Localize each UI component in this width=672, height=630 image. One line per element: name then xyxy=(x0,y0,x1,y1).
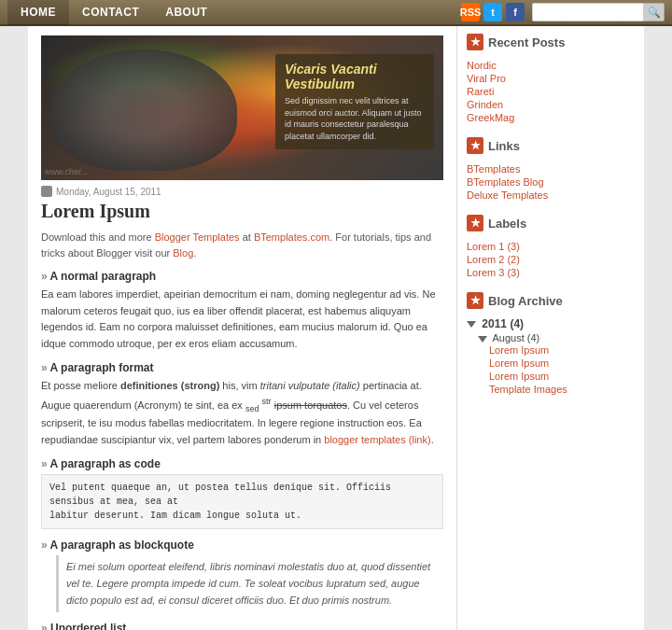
format-end: . xyxy=(431,434,434,445)
links-list: BTemplates BTemplates Blog Deluxe Templa… xyxy=(467,162,635,202)
content-area: Vicaris Vacanti Vestibulum Sed dignissim… xyxy=(28,26,644,630)
year-expand-icon xyxy=(467,321,476,328)
labels-icon: ★ xyxy=(467,215,483,231)
hero-body: Sed dignissim nec velit ultrices at euis… xyxy=(285,95,425,142)
archive-posts-list: Lorem Ipsum Lorem Ipsum Lorem Ipsum Temp… xyxy=(489,343,635,396)
hero-watermark: www.cher... xyxy=(45,167,88,176)
blogger-link[interactable]: blogger templates (link) xyxy=(324,434,430,445)
link-1[interactable]: BTemplates xyxy=(467,162,635,175)
section-heading-4: A paragraph as blockquote xyxy=(41,539,443,552)
social-icons: RSS t f xyxy=(461,3,525,21)
section-heading-3: A paragraph as code xyxy=(41,457,443,470)
recent-post-2[interactable]: Viral Pro xyxy=(467,72,635,85)
archive-post-4[interactable]: Template Images xyxy=(489,383,635,396)
search-button[interactable]: 🔍 xyxy=(644,3,665,21)
sidebar-labels-section: ★ Labels Lorem 1 (3) Lorem 2 (2) Lorem 3… xyxy=(467,215,635,279)
wrapper: Vicaris Vacanti Vestibulum Sed dignissim… xyxy=(28,26,644,630)
recent-posts-icon: ★ xyxy=(467,34,483,50)
archive-label: Blog Archive xyxy=(488,294,563,308)
recent-post-4[interactable]: Grinden xyxy=(467,98,635,111)
subtitle-period: . xyxy=(193,247,196,259)
post-subtitle: Download this and more Blogger Templates… xyxy=(41,230,443,260)
format-strong: definitiones (strong) xyxy=(120,380,219,391)
format-sub: sed xyxy=(245,404,259,413)
recent-post-5[interactable]: GreekMag xyxy=(467,111,635,124)
search-box: 🔍 xyxy=(532,3,665,21)
btemplates-link[interactable]: BTemplates.com xyxy=(254,231,329,243)
format-after: his, vim xyxy=(219,380,259,391)
label-1[interactable]: Lorem 1 (3) xyxy=(467,240,635,253)
post-date-line: Monday, August 15, 2011 xyxy=(41,186,443,197)
recent-posts-list: Nordic Viral Pro Rareti Grinden GreekMag xyxy=(467,59,635,124)
twitter-icon[interactable]: t xyxy=(483,3,502,21)
paragraph-normal: Ea eam labores imperdiet, apeirian democ… xyxy=(41,287,443,352)
paragraph-format: Et posse meliore definitiones (strong) h… xyxy=(41,378,443,448)
code-line-1: Vel putent quaeque an, ut postea tellus … xyxy=(49,481,435,509)
subtitle-at: at xyxy=(240,231,254,243)
links-label: Links xyxy=(488,139,520,153)
nav-about[interactable]: ABOUT xyxy=(152,0,220,25)
archive-icon: ★ xyxy=(467,292,483,309)
section-heading-1: A normal paragraph xyxy=(41,270,443,283)
archive-month-text: August xyxy=(492,332,524,343)
sidebar-archive-section: ★ Blog Archive 2011 (4) August (4) Lorem… xyxy=(467,292,635,396)
format-italic: tritani vulputate (italic) xyxy=(260,380,360,391)
label-2[interactable]: Lorem 2 (2) xyxy=(467,253,635,266)
archive-post-3[interactable]: Lorem Ipsum xyxy=(489,370,635,383)
main-column: Vicaris Vacanti Vestibulum Sed dignissim… xyxy=(28,26,457,630)
post-date: Monday, August 15, 2011 xyxy=(56,187,161,197)
link-3[interactable]: Deluxe Templates xyxy=(467,189,635,202)
section-heading-5: Unordered list xyxy=(41,622,443,630)
blog-link[interactable]: Blog xyxy=(173,247,193,259)
hero-image: Vicaris Vacanti Vestibulum Sed dignissim… xyxy=(41,35,443,180)
recent-post-3[interactable]: Rareti xyxy=(467,85,635,98)
format-before: Et posse meliore xyxy=(41,380,120,391)
recent-posts-header: ★ Recent Posts xyxy=(467,34,635,53)
nav-contact[interactable]: CONTACT xyxy=(69,0,152,25)
recent-post-1[interactable]: Nordic xyxy=(467,59,635,72)
label-3[interactable]: Lorem 3 (3) xyxy=(467,266,635,279)
code-line-2: labitur deserunt. Iam dicam longue solut… xyxy=(49,509,435,523)
hero-title: Vicaris Vacanti Vestibulum xyxy=(285,62,425,91)
sidebar-recent-posts: ★ Recent Posts Nordic Viral Pro Rareti G… xyxy=(467,34,635,124)
format-strike: ipsum torquatos xyxy=(274,399,347,411)
search-input[interactable] xyxy=(532,3,644,21)
archive-month[interactable]: August (4) xyxy=(478,332,635,343)
hero-pan xyxy=(50,49,237,171)
archive-month-count: (4) xyxy=(527,332,539,343)
labels-label: Labels xyxy=(488,217,526,231)
blockquote: Ei mei solum oporteat eleifend, libris n… xyxy=(56,555,443,612)
sidebar: ★ Recent Posts Nordic Viral Pro Rareti G… xyxy=(457,26,644,630)
blogger-templates-link[interactable]: Blogger Templates xyxy=(155,231,240,243)
labels-list: Lorem 1 (3) Lorem 2 (2) Lorem 3 (3) xyxy=(467,240,635,279)
subtitle-text: Download this and more xyxy=(41,231,155,243)
calendar-icon xyxy=(41,186,52,197)
top-nav: HOME CONTACT ABOUT RSS t f 🔍 xyxy=(0,0,672,26)
hero-text-box: Vicaris Vacanti Vestibulum Sed dignissim… xyxy=(275,54,434,149)
sidebar-links-section: ★ Links BTemplates BTemplates Blog Delux… xyxy=(467,137,635,202)
archive-header: ★ Blog Archive xyxy=(467,292,635,312)
month-expand-icon xyxy=(478,336,487,343)
facebook-icon[interactable]: f xyxy=(506,3,525,21)
section-heading-2: A paragraph format xyxy=(41,361,443,374)
nav-home[interactable]: HOME xyxy=(7,0,69,25)
recent-posts-label: Recent Posts xyxy=(488,35,565,49)
labels-header: ★ Labels xyxy=(467,215,635,234)
code-block: Vel putent quaeque an, ut postea tellus … xyxy=(41,474,443,529)
archive-post-1[interactable]: Lorem Ipsum xyxy=(489,343,635,357)
archive-post-2[interactable]: Lorem Ipsum xyxy=(489,357,635,370)
format-sup: str xyxy=(261,397,271,406)
archive-year[interactable]: 2011 (4) xyxy=(467,317,635,330)
archive-year-count: (4) xyxy=(510,317,524,330)
post-title: Lorem Ipsum xyxy=(41,201,443,222)
rss-icon[interactable]: RSS xyxy=(461,3,480,21)
archive-year-text: 2011 xyxy=(482,317,507,330)
links-header: ★ Links xyxy=(467,137,635,157)
link-2[interactable]: BTemplates Blog xyxy=(467,175,635,189)
links-icon: ★ xyxy=(467,137,483,154)
